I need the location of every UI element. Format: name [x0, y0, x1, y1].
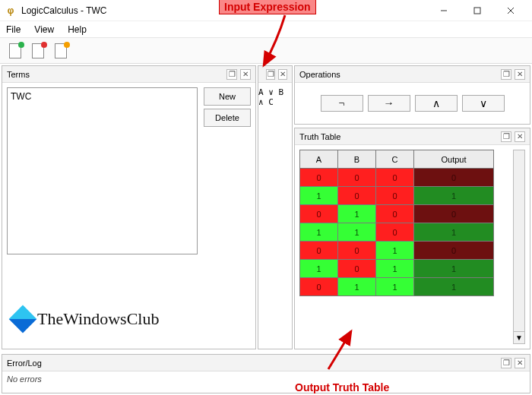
truth-cell: 0 — [338, 260, 376, 278]
minimize-button[interactable] — [427, 0, 461, 21]
new-button[interactable]: New — [204, 87, 251, 106]
table-row[interactable]: 1001 — [300, 187, 494, 205]
watermark: TheWindowsClub — [13, 309, 159, 329]
truth-cell: 0 — [300, 278, 338, 296]
terms-list-item[interactable]: TWC — [11, 91, 194, 102]
menu-view[interactable]: View — [31, 23, 57, 36]
error-log-panel: Error/Log ❐ ✕ No errors — [2, 354, 530, 393]
toolbar-new-button[interactable] — [5, 40, 26, 62]
toolbar — [0, 38, 532, 64]
truth-table-panel: Truth Table ❐ ✕ A B C Output — [294, 128, 530, 349]
undock-icon[interactable]: ❐ — [501, 358, 511, 368]
undock-icon[interactable]: ❐ — [226, 69, 237, 80]
op-not-button[interactable]: ¬ — [321, 95, 363, 112]
truth-cell: 0 — [300, 169, 338, 187]
truth-cell: 0 — [376, 205, 414, 223]
undock-icon[interactable]: ❐ — [501, 131, 511, 142]
error-log-panel-title: Error/Log — [7, 359, 42, 368]
op-and-button[interactable]: ∧ — [415, 95, 458, 112]
truth-output-cell: 0 — [414, 169, 494, 187]
title-bar: φ LogicCalculus - TWC — [0, 0, 532, 21]
truth-output-cell: 1 — [414, 187, 494, 205]
expression-panel: ❐ ✕ A ∨ B ∧ C — [258, 65, 293, 349]
table-row[interactable]: 1101 — [300, 223, 494, 242]
close-icon[interactable]: ✕ — [515, 131, 525, 142]
truth-output-cell: 1 — [414, 260, 494, 278]
truth-cell: 1 — [338, 223, 376, 242]
truth-cell: 1 — [338, 278, 376, 296]
scroll-down-icon[interactable]: ▼ — [514, 331, 524, 343]
truth-output-cell: 0 — [414, 242, 494, 260]
delete-button[interactable]: Delete — [204, 109, 251, 127]
truth-cell: 0 — [300, 205, 338, 223]
toolbar-open-button[interactable] — [27, 40, 49, 62]
terms-list[interactable]: TWC — [7, 87, 198, 254]
toolbar-save-button[interactable] — [50, 40, 71, 62]
close-button[interactable] — [494, 0, 527, 21]
close-icon[interactable]: ✕ — [515, 358, 525, 368]
truth-cell: 0 — [376, 223, 414, 242]
error-log-message: No errors — [2, 371, 530, 387]
app-icon: φ — [5, 5, 17, 17]
terms-panel: Terms ❐ ✕ TWC New Delete TheWindowsClub — [2, 65, 256, 349]
table-row[interactable]: 0000 — [300, 169, 494, 187]
truth-cell: 1 — [300, 260, 338, 278]
truth-cell: 0 — [338, 187, 376, 205]
truth-header-c[interactable]: C — [376, 150, 414, 169]
table-row[interactable]: 0100 — [300, 205, 494, 223]
close-icon[interactable]: ✕ — [515, 69, 525, 80]
menu-bar: File View Help — [0, 21, 532, 38]
menu-help[interactable]: Help — [65, 23, 90, 36]
truth-output-cell: 1 — [414, 278, 494, 296]
table-row[interactable]: 0111 — [300, 278, 494, 296]
truth-header-output[interactable]: Output — [414, 150, 494, 169]
truth-cell: 0 — [376, 187, 414, 205]
truth-output-cell: 0 — [414, 205, 494, 223]
truth-table-scrollbar[interactable]: ▼ — [513, 150, 525, 344]
truth-cell: 1 — [300, 187, 338, 205]
svg-rect-1 — [474, 8, 480, 14]
window-title: LogicCalculus - TWC — [21, 5, 427, 16]
close-icon[interactable]: ✕ — [240, 69, 251, 80]
truth-cell: 0 — [300, 242, 338, 260]
watermark-text: TheWindowsClub — [37, 309, 159, 329]
op-implies-button[interactable]: → — [368, 95, 410, 112]
truth-header-b[interactable]: B — [338, 150, 376, 169]
truth-cell: 0 — [376, 169, 414, 187]
terms-panel-title: Terms — [7, 70, 30, 79]
truth-cell: 0 — [338, 169, 376, 187]
truth-cell: 1 — [376, 260, 414, 278]
operations-panel-title: Operations — [299, 70, 340, 79]
truth-header-a[interactable]: A — [300, 150, 338, 169]
truth-cell: 1 — [376, 278, 414, 296]
table-row[interactable]: 1011 — [300, 260, 494, 278]
truth-cell: 1 — [338, 205, 376, 223]
maximize-button[interactable] — [461, 0, 494, 21]
table-row[interactable]: 0010 — [300, 242, 494, 260]
op-or-button[interactable]: ∨ — [462, 95, 505, 112]
truth-cell: 1 — [376, 242, 414, 260]
undock-icon[interactable]: ❐ — [501, 69, 511, 80]
watermark-logo-icon — [9, 305, 37, 333]
truth-cell: 1 — [300, 223, 338, 242]
operations-panel: Operations ❐ ✕ ¬ → ∧ ∨ — [294, 65, 530, 125]
undock-icon[interactable]: ❐ — [266, 69, 275, 80]
expression-value[interactable]: A ∨ B ∧ C — [258, 87, 292, 107]
truth-table: A B C Output 000010010100110100101011011… — [299, 150, 494, 296]
close-icon[interactable]: ✕ — [278, 69, 287, 80]
truth-table-panel-title: Truth Table — [299, 132, 340, 141]
truth-output-cell: 1 — [414, 223, 494, 242]
truth-cell: 0 — [338, 242, 376, 260]
menu-file[interactable]: File — [3, 23, 24, 36]
